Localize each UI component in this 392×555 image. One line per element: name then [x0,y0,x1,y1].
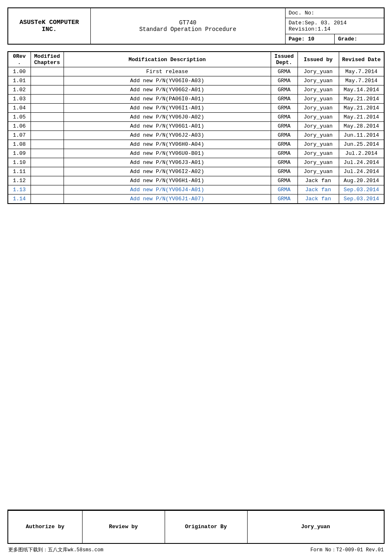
company-cell: ASUSTeK COMPUTER INC. [8,8,90,44]
doc-no-label: Doc. No: [289,10,314,16]
authorize-label: Authorize by [26,524,64,530]
cell-issby: Jory_yuan [298,122,339,131]
cell-rev: 1.04 [8,104,31,113]
title-cell: GT740 Standard Operation Procedure [90,8,285,44]
cell-dept: GRMA [271,194,298,204]
cell-rev: 1.05 [8,113,31,122]
col-header-issby: Issued by [298,52,339,67]
cell-desc: Add new P/N(YV06J2-A03) [64,131,271,140]
cell-dept: GRMA [271,76,298,85]
revision-table: 0Rev. ModifiedChapters Modification Desc… [7,51,385,204]
date-label: Date: [289,20,305,26]
page-label: Page: 10 [289,36,314,42]
cell-revdate: Sep.03.2014 [339,194,384,204]
footer-row: Authorize by Review by Originator By Jor… [8,510,384,543]
cell-rev: 1.00 [8,67,31,76]
cell-rev: 1.07 [8,131,31,140]
cell-desc: Add new P/N(YV06H1-A01) [64,176,271,185]
cell-chapters [31,176,64,185]
revision-value: 1.14 [318,26,331,32]
col-header-mod: ModifiedChapters [31,52,64,67]
cell-revdate: Aug.20.2014 [339,176,384,185]
cell-issby: Jory_yuan [298,85,339,95]
revision-section: 0Rev. ModifiedChapters Modification Desc… [7,51,385,510]
cell-dept: GRMA [271,158,298,167]
cell-chapters [31,149,64,158]
page-grade-row: Page: 10 Grade: [286,34,384,44]
cell-dept: GRMA [271,185,298,194]
col-header-revdate: Revised Date [339,52,384,67]
cell-rev: 1.13 [8,185,31,194]
cell-desc: Add new P/N(YV06J3-A01) [64,158,271,167]
cell-chapters [31,185,64,194]
cell-issby: Jory_yuan [298,104,339,113]
footer-table: Authorize by Review by Originator By Jor… [7,510,385,544]
bottom-bar: 更多图纸下载到：五八文库wk.58sms.com Form No：T2-009-… [7,545,385,555]
cell-dept: GRMA [271,85,298,95]
review-cell: Review by [82,510,165,543]
cell-dept: GRMA [271,167,298,176]
header-table: ASUSTeK COMPUTER INC. GT740 Standard Ope… [7,7,385,45]
cell-chapters [31,76,64,85]
cell-issby: Jory_yuan [298,76,339,85]
cell-chapters [31,140,64,149]
cell-revdate: Jul.2.2014 [339,149,384,158]
revision-label: Revision: [289,26,318,32]
table-row: 1.12Add new P/N(YV06H1-A01)GRMAJack fanA… [8,176,384,185]
doc-no-row: Doc. No: [286,8,384,18]
cell-revdate: May.14.2014 [339,85,384,95]
cell-issby: Jack fan [298,176,339,185]
cell-rev: 1.08 [8,140,31,149]
originator-label: Originator By [185,524,227,530]
col-header-rev: 0Rev. [8,52,31,67]
company-line1: ASUSTeK COMPUTER [19,19,79,26]
table-header-row: 0Rev. ModifiedChapters Modification Desc… [8,52,384,67]
cell-revdate: May.7.2014 [339,67,384,76]
title-line2: Standard Operation Procedure [139,26,236,33]
grade-label: Grade: [338,36,357,42]
cell-issby: Jack fan [298,194,339,204]
cell-revdate: May.21.2014 [339,113,384,122]
cell-issby: Jory_yuan [298,113,339,122]
cell-rev: 1.11 [8,167,31,176]
review-label: Review by [109,524,138,530]
cell-revdate: May.21.2014 [339,95,384,104]
cell-desc: Add new P/N(YV06I1-A01) [64,104,271,113]
cell-rev: 1.01 [8,76,31,85]
cell-desc: Add new P/N(YV06J0-A02) [64,113,271,122]
cell-chapters [31,131,64,140]
table-row: 1.04Add new P/N(YV06I1-A01)GRMAJory_yuan… [8,104,384,113]
cell-chapters [31,113,64,122]
cell-dept: GRMA [271,149,298,158]
cell-chapters [31,158,64,167]
doc-info-cell: Doc. No: Date:Sep. 03. 2014 Revision:1.1… [285,8,384,44]
table-row: 1.06Add new P/N(YV06G1-A01)GRMAJory_yuan… [8,122,384,131]
cell-issby: Jory_yuan [298,67,339,76]
cell-revdate: Jun.25.2014 [339,140,384,149]
cell-rev: 1.09 [8,149,31,158]
cell-revdate: Jun.11.2014 [339,131,384,140]
originator-cell: Originator By [165,510,247,543]
cell-desc: Add new P/N(YV06G2-A01) [64,85,271,95]
date-revision-row: Date:Sep. 03. 2014 Revision:1.14 [286,18,384,34]
cell-desc: Add new P/N(YV06G1-A01) [64,122,271,131]
authorize-cell: Authorize by [8,510,82,543]
cell-dept: GRMA [271,67,298,76]
cell-chapters [31,122,64,131]
table-row: 1.07Add new P/N(YV06J2-A03)GRMAJory_yuan… [8,131,384,140]
table-row: 1.10Add new P/N(YV06J3-A01)GRMAJory_yuan… [8,158,384,167]
cell-desc: Add new P/N(YV06U0-B01) [64,149,271,158]
cell-revdate: May.7.2014 [339,76,384,85]
cell-desc: Add new P/N(YV06J1-A07) [64,194,271,204]
originator-name-cell: Jory_yuan [247,510,384,543]
cell-issby: Jory_yuan [298,131,339,140]
table-row: 1.02Add new P/N(YV06G2-A01)GRMAJory_yuan… [8,85,384,95]
footer-section: Authorize by Review by Originator By Jor… [7,510,385,544]
cell-chapters [31,104,64,113]
cell-chapters [31,95,64,104]
cell-issby: Jory_yuan [298,149,339,158]
col-header-desc: Modification Description [64,52,271,67]
cell-chapters [31,67,64,76]
cell-revdate: Sep.03.2014 [339,185,384,194]
table-row: 1.00First releaseGRMAJory_yuanMay.7.2014 [8,67,384,76]
